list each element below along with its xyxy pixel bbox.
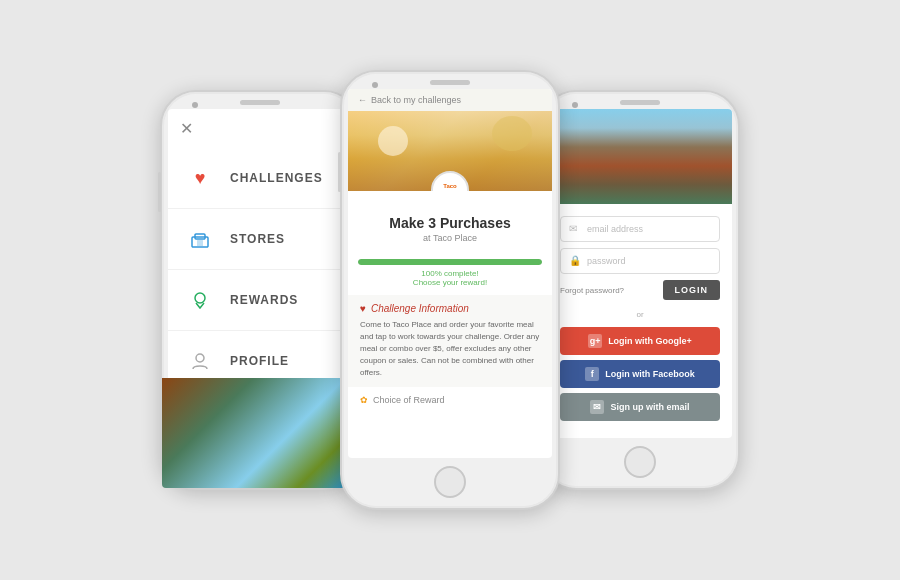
svg-point-4 — [196, 354, 204, 362]
home-button-right[interactable] — [624, 446, 656, 478]
email-signup-label: Sign up with email — [610, 402, 689, 412]
challenge-reward: ✿ Choice of Reward — [348, 387, 552, 413]
phone-center-screen: ← Back to my challenges TacoTime Make 3 … — [348, 89, 552, 458]
challenge-title: Make 3 Purchases — [360, 215, 540, 231]
phone-right-top — [542, 92, 738, 109]
phone-center: ← Back to my challenges TacoTime Make 3 … — [340, 70, 560, 510]
password-placeholder: password — [587, 256, 626, 266]
login-button[interactable]: LOGIN — [663, 280, 721, 300]
email-input-field[interactable]: ✉ email address — [560, 216, 720, 242]
phones-container: ✕ ♥ CHALLENGES STORES — [160, 70, 740, 510]
menu-item-rewards[interactable]: REWARDS — [168, 270, 352, 331]
back-bar[interactable]: ← Back to my challenges — [348, 89, 552, 111]
rewards-label: REWARDS — [230, 293, 298, 307]
challenge-body: Make 3 Purchases at Taco Place — [348, 191, 552, 259]
rewards-icon — [184, 284, 216, 316]
profile-icon — [184, 345, 216, 377]
svg-point-3 — [195, 293, 205, 303]
facebook-label: Login with Facebook — [605, 369, 695, 379]
challenge-hero-image: TacoTime — [348, 111, 552, 191]
challenge-screen: ← Back to my challenges TacoTime Make 3 … — [348, 89, 552, 458]
phone-left-screen: ✕ ♥ CHALLENGES STORES — [168, 109, 352, 438]
info-heart-icon: ♥ — [360, 303, 366, 314]
facebook-login-button[interactable]: f Login with Facebook — [560, 360, 720, 388]
progress-bar-container — [358, 259, 542, 265]
back-label: Back to my challenges — [371, 95, 461, 105]
login-actions: Forgot password? LOGIN — [560, 280, 720, 300]
phone-right: ✉ email address 🔒 password Forgot passwo… — [540, 90, 740, 490]
challenges-label: CHALLENGES — [230, 171, 323, 185]
phone-left-top — [162, 92, 358, 109]
menu-item-stores[interactable]: STORES — [168, 209, 352, 270]
reward-icon: ✿ — [360, 395, 368, 405]
phone-right-bottom — [542, 438, 738, 488]
svg-rect-2 — [197, 240, 203, 246]
challenge-info-header: ♥ Challenge Information — [360, 303, 540, 314]
email-signup-button[interactable]: ✉ Sign up with email — [560, 393, 720, 421]
challenge-subtitle: at Taco Place — [360, 233, 540, 243]
camera-right — [572, 102, 578, 108]
challenges-icon: ♥ — [184, 162, 216, 194]
google-login-button[interactable]: g+ Login with Google+ — [560, 327, 720, 355]
email-icon: ✉ — [569, 223, 581, 235]
or-divider: or — [560, 310, 720, 319]
login-form: ✉ email address 🔒 password Forgot passwo… — [548, 204, 732, 438]
google-icon: g+ — [588, 334, 602, 348]
speaker-center — [430, 80, 470, 85]
challenge-info-section: ♥ Challenge Information Come to Taco Pla… — [348, 295, 552, 387]
password-input-field[interactable]: 🔒 password — [560, 248, 720, 274]
stores-label: STORES — [230, 232, 285, 246]
home-button-center[interactable] — [434, 466, 466, 498]
phone-center-bottom — [342, 458, 558, 508]
phone-right-screen: ✉ email address 🔒 password Forgot passwo… — [548, 109, 732, 438]
stores-icon — [184, 223, 216, 255]
phone-left: ✕ ♥ CHALLENGES STORES — [160, 90, 360, 490]
menu-item-challenges[interactable]: ♥ CHALLENGES — [168, 148, 352, 209]
google-label: Login with Google+ — [608, 336, 692, 346]
camera-center — [372, 82, 378, 88]
lock-icon: 🔒 — [569, 255, 581, 267]
challenge-info-text: Come to Taco Place and order your favori… — [360, 319, 540, 379]
facebook-icon: f — [585, 367, 599, 381]
login-screen: ✉ email address 🔒 password Forgot passwo… — [548, 109, 732, 438]
back-arrow-icon: ← — [358, 95, 367, 105]
speaker-right — [620, 100, 660, 105]
phone-center-top — [342, 72, 558, 89]
email-placeholder: email address — [587, 224, 643, 234]
progress-text: 100% complete! Choose your reward! — [348, 269, 552, 287]
reward-label: Choice of Reward — [373, 395, 445, 405]
menu-photo — [168, 378, 352, 438]
speaker-left — [240, 100, 280, 105]
email-signup-icon: ✉ — [590, 400, 604, 414]
camera-left — [192, 102, 198, 108]
menu-close-button[interactable]: ✕ — [168, 109, 352, 148]
progress-bar-fill — [358, 259, 542, 265]
forgot-password-link[interactable]: Forgot password? — [560, 286, 624, 295]
profile-label: PROFILE — [230, 354, 289, 368]
menu-screen: ✕ ♥ CHALLENGES STORES — [168, 109, 352, 438]
login-photo — [548, 109, 732, 204]
